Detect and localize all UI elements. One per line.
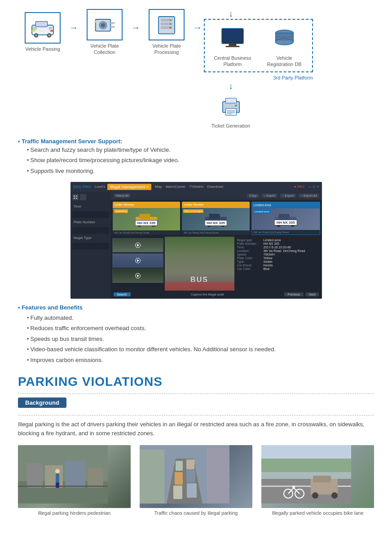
flow-arrow-1: → (69, 22, 78, 33)
svg-rect-43 (139, 214, 150, 219)
ss-detail-color: Car Color: Blue (237, 267, 319, 270)
svg-rect-32 (225, 98, 236, 103)
svg-rect-36 (227, 113, 232, 114)
flow-item-vehicle-db: VehicleRegistration DB (262, 23, 307, 68)
ss-grid-view[interactable] (72, 194, 79, 200)
ss-close[interactable]: × (317, 185, 319, 189)
ss-illegal-input[interactable] (72, 243, 109, 249)
svg-rect-64 (57, 482, 59, 488)
ss-card-2[interactable]: Under Review Run a red light HH NX 335 (182, 202, 250, 235)
ss-next-btn[interactable]: Next (305, 292, 319, 296)
ss-card1-type: Speeding (114, 209, 128, 213)
ss-copy-btn[interactable]: Copy (247, 194, 259, 198)
ss-card3-footer: 4th 'an Road,XinCheng Road (252, 230, 320, 234)
ss-detail-panel: Illegal type: Limited area Plate Number:… (234, 237, 322, 291)
ss-cards: Under Review Speeding HH NX 335 4th (113, 202, 320, 235)
svg-point-86 (331, 492, 338, 499)
ss-time-input[interactable] (72, 212, 109, 218)
svg-rect-39 (76, 195, 77, 197)
ss-play-2[interactable] (135, 258, 141, 263)
svg-rect-69 (175, 472, 183, 485)
ss-main: Select All Copy ↓ Import ↑ Export ↑ Expo… (111, 192, 322, 299)
svg-rect-41 (76, 198, 77, 199)
ss-plate-input[interactable] (72, 227, 109, 234)
ss-tab-download[interactable]: Download (207, 185, 223, 189)
ss-detail-plate: Plate Number: HH NX 335 (237, 242, 319, 245)
ticket-section: ↓ Ticket Generation (208, 81, 253, 129)
svg-rect-73 (140, 450, 164, 504)
flow-diagram: Vehicle Passing → Vehicle PlateCollectio… (18, 9, 374, 129)
svg-rect-34 (227, 110, 235, 111)
ss-card2-plate: HH NX 335 (204, 220, 227, 226)
ss-import-btn[interactable]: ↓ Import (262, 194, 277, 198)
ss-detail-plate-color: Plate Color: Yellow (237, 256, 319, 260)
ss-card2-footer: 4th 'an Road,XinCheng Road (182, 230, 250, 235)
bullet-item-1: Search and fuzzy search by plate/time/ty… (27, 145, 374, 155)
ss-prev-btn[interactable]: Previous (284, 292, 304, 296)
svg-rect-68 (187, 483, 197, 498)
ss-capture-text[interactable]: Capture the illegal audit (191, 293, 224, 296)
dashed-group: Central BusinessPlatform (204, 19, 313, 72)
ss-tab-alarm[interactable]: AlarmCenter (165, 185, 185, 189)
features-title: • Features and Benefits (18, 304, 374, 311)
ss-road-lane (165, 282, 234, 291)
svg-rect-74 (207, 447, 229, 504)
svg-rect-70 (186, 470, 195, 482)
ss-search-button[interactable]: Search (114, 292, 131, 296)
ss-tab-tv[interactable]: TVMatrix (189, 185, 203, 189)
section-divider (18, 393, 374, 394)
svg-point-22 (170, 27, 172, 29)
svg-rect-47 (209, 214, 220, 219)
ss-maximize[interactable]: □ (313, 185, 315, 189)
bullet-item-3: Supports live monitoring. (27, 166, 374, 177)
ss-list-view[interactable] (80, 194, 86, 200)
ss-card-3[interactable]: Limited Area Limited area HH NX 335 (251, 202, 320, 235)
ss-thumb-1[interactable] (112, 238, 163, 252)
svg-rect-60 (18, 486, 108, 487)
flow-ticket-arrow: ↓ (229, 81, 233, 90)
svg-rect-13 (110, 22, 115, 24)
photo-item-1: Illegal parking hinders pedestrian (18, 445, 131, 516)
features-section: • Features and Benefits Fully automated.… (18, 304, 374, 366)
flow-box-computer (217, 23, 248, 53)
background-label: Background (25, 399, 59, 406)
ss-tab-map[interactable]: Map (155, 185, 162, 189)
svg-point-3 (35, 35, 37, 37)
photo-3 (261, 445, 374, 508)
traffic-management-title: • Traffic Management Server Support: (18, 138, 122, 145)
flow-arrow-3: → (193, 22, 202, 33)
svg-point-21 (170, 23, 172, 25)
ss-sidebar: Time Plate Number Illegal Type (70, 192, 111, 299)
ss-card1-footer: 4th 'an Road,XinCheng Road (113, 230, 181, 235)
ss-export-all-btn[interactable]: ↑ Export All (299, 194, 319, 198)
flow-item-central-platform: Central BusinessPlatform (210, 23, 255, 68)
ss-toolbar: Select All Copy ↓ Import ↑ Export ↑ Expo… (111, 192, 322, 200)
ss-play-3[interactable] (135, 273, 141, 278)
ss-bottom-panel: BUS Illegal type: Limited area Plate Num… (111, 237, 322, 291)
svg-point-82 (292, 486, 295, 488)
ss-export-btn[interactable]: ↑ Export (280, 194, 296, 198)
flow-label-vehicle-passing: Vehicle Passing (25, 46, 60, 52)
section-divider-2 (18, 415, 374, 415)
features-bullets: Fully automated. Reduces traffic enforce… (27, 313, 374, 366)
ss-select-all[interactable]: Select All (114, 194, 131, 198)
flow-down-arrow: ↓ (229, 9, 233, 18)
ss-minimize[interactable]: – (309, 185, 311, 189)
ss-tab-illegal[interactable]: Illegal management × (107, 184, 151, 190)
ss-main-video: BUS (165, 237, 234, 291)
flow-item-plate-collection: Vehicle PlateCollection (80, 9, 129, 56)
ss-play-1[interactable] (135, 243, 141, 248)
ss-thumb-3[interactable] (112, 269, 163, 283)
ss-body: Time Plate Number Illegal Type Select Al… (70, 192, 322, 299)
svg-rect-72 (186, 459, 194, 469)
svg-point-37 (235, 104, 237, 106)
svg-rect-40 (74, 198, 75, 199)
ss-card-1[interactable]: Under Review Speeding HH NX 335 4th (113, 202, 181, 235)
ss-card2-type: Run a red light (183, 209, 203, 213)
ss-card3-img: Limited area HH NX 335 (252, 208, 320, 230)
svg-rect-77 (261, 459, 351, 472)
ss-thumb-2[interactable] (112, 253, 163, 268)
svg-rect-14 (110, 26, 115, 28)
svg-rect-51 (279, 214, 290, 219)
ss-tab-live[interactable]: Live01 (95, 185, 106, 189)
